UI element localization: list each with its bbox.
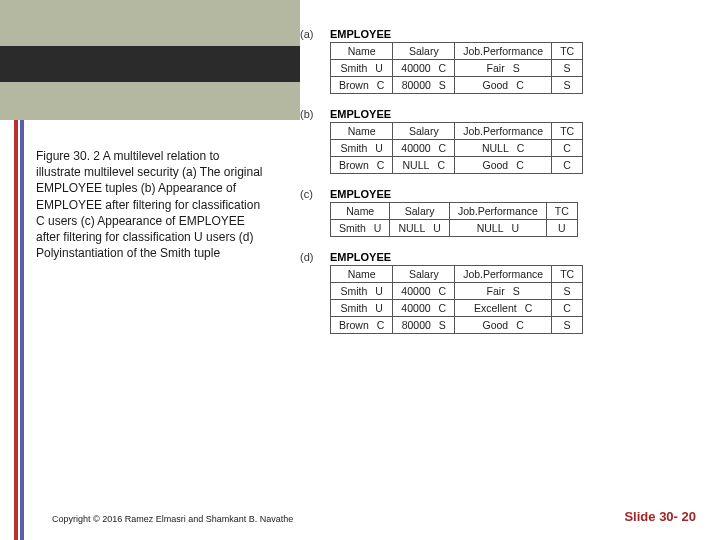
copyright-footer: Copyright © 2016 Ramez Elmasri and Shamk… [52,514,293,524]
figure-caption: Figure 30. 2 A multilevel relation to il… [36,148,266,261]
table-cell: NULLC [393,157,455,174]
table-cell: NULLC [455,140,552,157]
table-cell: SmithU [331,60,393,77]
relation-table: NameSalaryJob.PerformanceTCSmithU40000CF… [330,42,583,94]
table-cell: U [546,220,577,237]
table-cell: SmithU [331,140,393,157]
column-header: Job.Performance [455,266,552,283]
table-label: (d) [300,251,318,263]
table-heading: (c)EMPLOYEE [300,188,700,200]
table-cell: FairS [455,60,552,77]
table-row: SmithU40000CFairSS [331,60,583,77]
column-header: Name [331,123,393,140]
table-label: (a) [300,28,318,40]
table-cell: S [552,60,583,77]
table-cell: C [552,157,583,174]
table-cell: 40000C [393,140,455,157]
column-header: TC [546,203,577,220]
table-cell: GoodC [455,317,552,334]
slide-number: Slide 30- 20 [624,509,696,524]
table-title: EMPLOYEE [330,108,391,120]
table-cell: ExcellentC [455,300,552,317]
table-cell: GoodC [455,157,552,174]
table-cell: 40000C [393,283,455,300]
table-cell: S [552,77,583,94]
table-row: BrownC80000SGoodCS [331,317,583,334]
column-header: Job.Performance [455,43,552,60]
table-cell: SmithU [331,300,393,317]
table-title: EMPLOYEE [330,28,391,40]
column-header: TC [552,123,583,140]
table-cell: 40000C [393,60,455,77]
table-title: EMPLOYEE [330,251,391,263]
table-group: (a)EMPLOYEENameSalaryJob.PerformanceTCSm… [300,28,700,94]
column-header: Salary [390,203,449,220]
column-header: TC [552,266,583,283]
table-row: BrownCNULLCGoodCC [331,157,583,174]
table-group: (d)EMPLOYEENameSalaryJob.PerformanceTCSm… [300,251,700,334]
table-cell: GoodC [455,77,552,94]
table-cell: NULLU [390,220,449,237]
table-label: (c) [300,188,318,200]
table-heading: (b)EMPLOYEE [300,108,700,120]
table-cell: BrownC [331,157,393,174]
table-row: BrownC80000SGoodCS [331,77,583,94]
column-header: Salary [393,266,455,283]
table-cell: SmithU [331,283,393,300]
column-header: Name [331,266,393,283]
table-cell: 40000C [393,300,455,317]
table-cell: C [552,140,583,157]
column-header: Name [331,43,393,60]
table-cell: 80000S [393,317,455,334]
table-group: (b)EMPLOYEENameSalaryJob.PerformanceTCSm… [300,108,700,174]
relation-table: NameSalaryJob.PerformanceTCSmithU40000CF… [330,265,583,334]
table-cell: S [552,283,583,300]
table-cell: 80000S [393,77,455,94]
table-row: SmithU40000CNULLCC [331,140,583,157]
accent-stripe-blue [20,120,24,540]
table-label: (b) [300,108,318,120]
table-group: (c)EMPLOYEENameSalaryJob.PerformanceTCSm… [300,188,700,237]
relation-table: NameSalaryJob.PerformanceTCSmithU40000CN… [330,122,583,174]
table-title: EMPLOYEE [330,188,391,200]
table-cell: SmithU [331,220,390,237]
table-cell: C [552,300,583,317]
column-header: Job.Performance [455,123,552,140]
tables-container: (a)EMPLOYEENameSalaryJob.PerformanceTCSm… [300,28,700,348]
header-band-dark [0,46,300,82]
table-cell: FairS [455,283,552,300]
table-heading: (d)EMPLOYEE [300,251,700,263]
column-header: TC [552,43,583,60]
table-row: SmithU40000CExcellentCC [331,300,583,317]
table-row: SmithU40000CFairSS [331,283,583,300]
table-cell: NULLU [449,220,546,237]
table-cell: BrownC [331,77,393,94]
table-heading: (a)EMPLOYEE [300,28,700,40]
table-row: SmithUNULLUNULLUU [331,220,578,237]
column-header: Name [331,203,390,220]
column-header: Salary [393,43,455,60]
relation-table: NameSalaryJob.PerformanceTCSmithUNULLUNU… [330,202,578,237]
table-cell: BrownC [331,317,393,334]
accent-stripe-red [14,120,18,540]
table-cell: S [552,317,583,334]
column-header: Salary [393,123,455,140]
column-header: Job.Performance [449,203,546,220]
